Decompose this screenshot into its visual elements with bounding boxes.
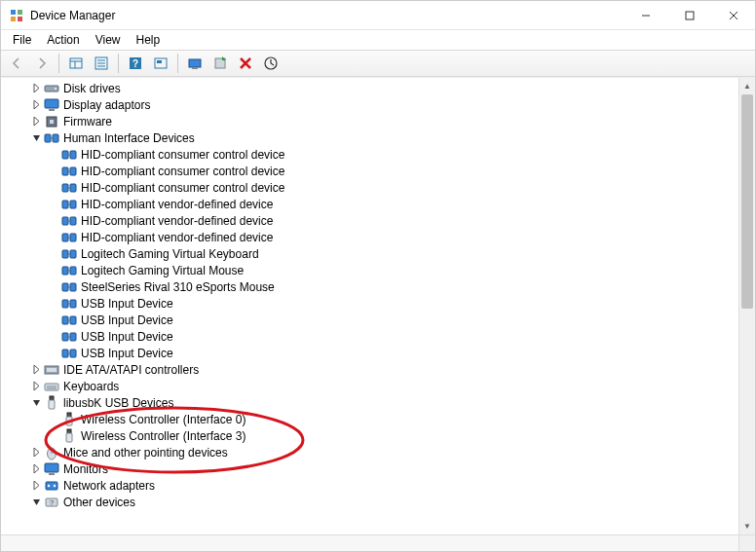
expand-icon[interactable] (30, 99, 42, 111)
chip-icon (44, 114, 59, 129)
scroll-down-icon[interactable]: ▼ (739, 518, 755, 534)
update-driver-button[interactable] (183, 52, 207, 75)
properties-button[interactable] (90, 52, 113, 75)
uninstall-device-button[interactable] (234, 52, 257, 75)
tree-node[interactable]: HID-compliant consumer control device (1, 179, 738, 196)
scroll-up-icon[interactable]: ▲ (739, 78, 755, 94)
tree-node[interactable]: Network adapters (1, 477, 738, 494)
tree-node-label: HID-compliant vendor-defined device (81, 231, 273, 244)
twisty-none (48, 149, 59, 161)
show-hide-console-button[interactable] (64, 52, 88, 75)
action-button[interactable] (149, 52, 172, 75)
menu-help[interactable]: Help (129, 31, 169, 49)
tree-node[interactable]: Wireless Controller (Interface 3) (1, 427, 738, 444)
menu-file[interactable]: File (5, 31, 39, 49)
menu-view[interactable]: View (88, 31, 129, 49)
monitor-icon (44, 97, 59, 113)
ide-icon (44, 362, 59, 378)
tree-node[interactable]: IDE ATA/ATAPI controllers (1, 361, 738, 378)
tree-node-label: Monitors (63, 462, 108, 476)
app-icon (9, 8, 24, 23)
twisty-none (48, 348, 59, 359)
menubar: File Action View Help (1, 30, 755, 50)
hid-icon (44, 130, 59, 146)
tree-node[interactable]: Disk drives (1, 80, 738, 96)
tree-node[interactable]: Wireless Controller (Interface 0) (1, 411, 738, 427)
scrollbar-corner (738, 534, 755, 551)
tree-node[interactable]: USB Input Device (1, 328, 738, 345)
usb-icon (61, 428, 77, 444)
tree-node[interactable]: Keyboards (1, 378, 738, 394)
tree-node[interactable]: HID-compliant vendor-defined device (1, 229, 738, 245)
expand-icon[interactable] (30, 364, 42, 376)
expand-icon[interactable] (30, 480, 42, 492)
tree-node-label: HID-compliant consumer control device (81, 148, 284, 162)
toolbar-separator (118, 54, 119, 73)
tree-node[interactable]: Logitech Gaming Virtual Mouse (1, 262, 738, 278)
tree-node[interactable]: HID-compliant vendor-defined device (1, 212, 738, 229)
scroll-track[interactable] (739, 94, 755, 518)
hid-icon (61, 164, 77, 179)
tree-node-label: SteelSeries Rival 310 eSports Mouse (81, 280, 275, 294)
twisty-none (48, 182, 59, 194)
usb-icon (61, 412, 77, 427)
help-button[interactable]: ? (124, 52, 147, 75)
tree-node-label: libusbK USB Devices (63, 396, 173, 410)
tree-node[interactable]: USB Input Device (1, 312, 738, 328)
tree-node[interactable]: HID-compliant consumer control device (1, 163, 738, 179)
expand-icon[interactable] (30, 381, 42, 392)
tree-node[interactable]: USB Input Device (1, 345, 738, 361)
tree-node-label: Disk drives (63, 82, 121, 95)
svg-rect-43 (192, 67, 198, 69)
tree-node[interactable]: HID-compliant vendor-defined device (1, 196, 738, 212)
horizontal-scrollbar[interactable] (1, 534, 738, 551)
tree-node-label: USB Input Device (81, 347, 173, 360)
minimize-button[interactable] (624, 1, 667, 30)
tree-node[interactable]: Display adaptors (1, 96, 738, 113)
scan-hardware-button[interactable] (259, 52, 283, 75)
back-button[interactable] (5, 52, 28, 75)
tree-node[interactable]: USB Input Device (1, 295, 738, 312)
hid-icon (61, 147, 77, 163)
menu-action[interactable]: Action (39, 31, 87, 49)
other-icon (44, 495, 59, 510)
toolbar-separator (58, 54, 59, 73)
close-button[interactable] (711, 1, 755, 30)
tree-node-label: HID-compliant consumer control device (81, 165, 284, 178)
tree-node[interactable]: Human Interface Devices (1, 129, 738, 146)
tree-node[interactable]: Firmware (1, 113, 738, 129)
enable-device-button[interactable] (208, 52, 232, 75)
tree-node-label: Other devices (63, 496, 135, 509)
collapse-icon[interactable] (30, 132, 42, 144)
vertical-scrollbar[interactable]: ▲ ▼ (738, 78, 755, 534)
hid-icon (61, 279, 77, 295)
forward-button[interactable] (30, 52, 54, 75)
tree-node[interactable]: HID-compliant consumer control device (1, 146, 738, 163)
hid-icon (61, 230, 77, 245)
hid-icon (61, 346, 77, 361)
tree-node-label: Human Interface Devices (63, 131, 195, 145)
tree-node[interactable]: SteelSeries Rival 310 eSports Mouse (1, 278, 738, 295)
scroll-thumb[interactable] (741, 94, 753, 309)
tree-node[interactable]: Mice and other pointing devices (1, 444, 738, 460)
tree-node-label: HID-compliant consumer control device (81, 181, 284, 195)
tree-node[interactable]: Other devices (1, 494, 738, 510)
expand-icon[interactable] (30, 463, 42, 475)
twisty-none (48, 199, 59, 210)
expand-icon[interactable] (30, 447, 42, 459)
twisty-none (48, 265, 59, 276)
tree-node-label: USB Input Device (81, 313, 173, 327)
toolbar-separator (177, 54, 178, 73)
collapse-icon[interactable] (30, 497, 42, 508)
maximize-button[interactable] (667, 1, 711, 30)
expand-icon[interactable] (30, 83, 42, 94)
twisty-none (48, 232, 59, 243)
expand-icon[interactable] (30, 116, 42, 128)
tree-node[interactable]: libusbK USB Devices (1, 394, 738, 411)
twisty-none (48, 430, 59, 442)
tree-node[interactable]: Monitors (1, 460, 738, 477)
device-tree[interactable]: Disk drivesDisplay adaptorsFirmwareHuman… (1, 78, 738, 534)
tree-node[interactable]: Logitech Gaming Virtual Keyboard (1, 245, 738, 262)
collapse-icon[interactable] (30, 397, 42, 409)
svg-rect-42 (189, 59, 201, 67)
